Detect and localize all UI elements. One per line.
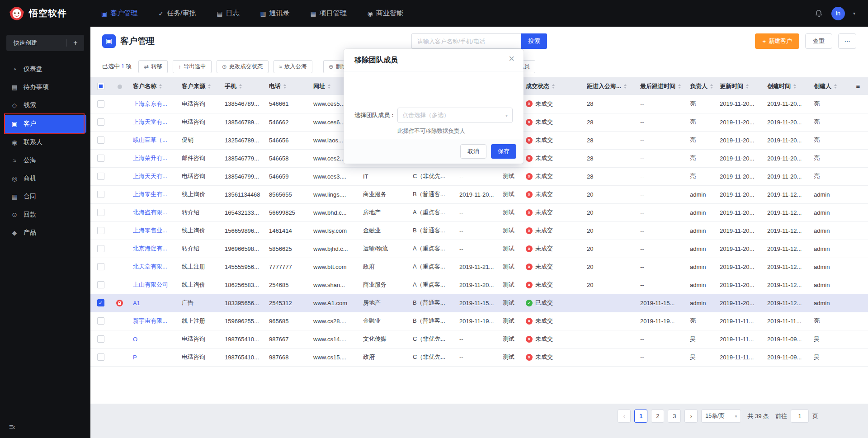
next-page-button[interactable]: › <box>684 410 698 423</box>
toolbar-button[interactable]: ⇄ 转移 <box>138 60 168 73</box>
sort-icon[interactable] <box>159 84 162 89</box>
customer-name-link[interactable]: 上海天堂有... <box>133 118 167 125</box>
column-header[interactable]: 负责人 <box>685 77 715 95</box>
sort-icon[interactable] <box>208 84 211 89</box>
sidebar-item[interactable]: ◎ 商机 <box>0 170 90 188</box>
toolbar-button[interactable]: ↑ 导出选中 <box>173 60 212 73</box>
quick-create-label[interactable]: 快速创建 <box>6 39 66 47</box>
column-header[interactable]: 手机 <box>220 77 264 95</box>
new-customer-button[interactable]: +新建客户 <box>755 33 799 49</box>
table-row[interactable]: 北京海淀有... 转介绍 196966598... 5856625 www.bj… <box>90 240 868 258</box>
page-number-button[interactable]: 2 <box>651 410 664 423</box>
sidebar-item[interactable]: ▦ 合同 <box>0 188 90 206</box>
plus-icon[interactable]: + <box>67 39 84 47</box>
topnav-item[interactable]: ▥ 通讯录 <box>260 0 289 27</box>
row-checkbox[interactable] <box>97 227 104 234</box>
customer-name-link[interactable]: 北海盗有限... <box>133 209 167 216</box>
customer-name-link[interactable]: 上海零生有... <box>133 191 167 198</box>
avatar[interactable]: in <box>831 7 845 20</box>
column-header[interactable]: 创建人 <box>809 77 848 95</box>
more-actions-button[interactable]: ⋯ <box>838 33 856 49</box>
row-checkbox[interactable] <box>97 263 104 270</box>
column-settings-icon[interactable]: ≡ <box>848 77 868 95</box>
table-row[interactable]: 上海零售业... 线上询价 156659896... 1461414 www.l… <box>90 221 868 240</box>
page-number-button[interactable]: 1 <box>634 410 647 423</box>
customer-name-link[interactable]: 上海荣升有... <box>133 155 167 161</box>
sidebar-collapse-icon[interactable]: ≡‹ <box>9 423 14 432</box>
column-header[interactable]: 更新时间 <box>715 77 763 95</box>
sidebar-item[interactable]: ▣ 客户 <box>4 115 86 133</box>
customer-name-link[interactable]: 新宇宙有限... <box>133 317 167 324</box>
topnav-item[interactable]: ▦ 项目管理 <box>311 0 347 27</box>
column-header[interactable]: 客户来源 <box>177 77 220 95</box>
row-checkbox[interactable] <box>97 353 104 361</box>
sidebar-item[interactable]: ≈ 公海 <box>0 151 90 170</box>
topnav-item[interactable]: ✓ 任务/审批 <box>158 0 196 27</box>
row-checkbox[interactable] <box>97 335 104 343</box>
customer-name-link[interactable]: O <box>133 336 137 343</box>
column-header[interactable]: 创建时间 <box>763 77 809 95</box>
search-input[interactable] <box>411 33 521 49</box>
table-row[interactable]: 上海零生有... 线上询价 13561134468 8565655 www.li… <box>90 185 868 203</box>
sort-icon[interactable] <box>552 84 555 89</box>
customer-name-link[interactable]: 上山有限公司 <box>133 281 168 288</box>
topnav-item[interactable]: ▤ 日志 <box>217 0 239 27</box>
customer-name-link[interactable]: 上海天天有... <box>133 173 167 179</box>
column-header[interactable]: 距进入公海... <box>582 77 636 95</box>
customer-name-link[interactable]: 北京海淀有... <box>133 245 167 252</box>
sidebar-item[interactable]: ◔ 仪表盘 <box>0 60 90 78</box>
table-row[interactable]: 北海盗有限... 转介绍 165432133... 56699825 www.b… <box>90 203 868 221</box>
customer-name-link[interactable]: 上海零售业... <box>133 227 167 234</box>
goto-page-input[interactable] <box>791 410 809 423</box>
sidebar-item[interactable]: ◉ 联系人 <box>0 133 90 151</box>
prev-page-button[interactable]: ‹ <box>618 410 631 423</box>
column-header[interactable]: 客户名称 <box>128 77 177 95</box>
toolbar-button[interactable]: ⊙ 更改成交状态 <box>217 60 269 73</box>
sort-icon[interactable] <box>746 84 749 89</box>
table-row[interactable]: 新宇宙有限... 线上注册 159696255... 965685 www.cs… <box>90 312 868 330</box>
table-row[interactable]: A1 广告 183395656... 2545312 www.A1.com 房地… <box>90 294 868 312</box>
sort-icon[interactable] <box>328 84 330 89</box>
customer-name-link[interactable]: 上海京东有... <box>133 100 167 107</box>
search-button[interactable]: 搜索 <box>521 33 547 49</box>
column-header[interactable]: 最后跟进时间 <box>636 77 685 95</box>
sidebar-item[interactable]: ◆ 产品 <box>0 224 90 242</box>
row-checkbox[interactable] <box>97 100 104 108</box>
topnav-item[interactable]: ◉ 商业智能 <box>368 0 403 27</box>
save-button[interactable]: 保存 <box>491 144 516 159</box>
team-member-select[interactable]: 点击选择（多选） ▾ <box>397 108 513 123</box>
select-all-checkbox[interactable] <box>97 83 104 90</box>
row-checkbox[interactable] <box>97 281 104 288</box>
row-checkbox[interactable] <box>97 209 104 216</box>
sidebar-item[interactable]: ⊙ 回款 <box>0 206 90 224</box>
customer-name-link[interactable]: 峨山百草（... <box>133 137 167 143</box>
dedupe-button[interactable]: 查重 <box>805 33 832 49</box>
customer-name-link[interactable]: P <box>133 354 137 361</box>
row-checkbox[interactable] <box>97 245 104 252</box>
row-checkbox[interactable] <box>97 191 104 198</box>
sidebar-item[interactable]: ◇ 线索 <box>0 96 90 114</box>
sort-icon[interactable] <box>834 84 837 89</box>
page-number-button[interactable]: 3 <box>668 410 681 423</box>
column-header[interactable]: 电话 <box>264 77 309 95</box>
table-row[interactable]: O 电话咨询 198765410... 987667 www.cs14.... … <box>90 330 868 348</box>
bell-icon[interactable] <box>814 9 823 18</box>
row-checkbox[interactable] <box>97 173 104 180</box>
sort-icon[interactable] <box>793 84 796 89</box>
topnav-item[interactable]: ▣ 客户管理 <box>101 0 137 27</box>
row-checkbox[interactable] <box>97 118 104 126</box>
customer-name-link[interactable]: 北天堂有限... <box>133 263 167 270</box>
table-row[interactable]: P 电话咨询 198765410... 987668 www.cs15.... … <box>90 348 868 366</box>
customer-name-link[interactable]: A1 <box>133 300 140 306</box>
row-checkbox[interactable] <box>97 137 104 144</box>
sort-icon[interactable] <box>283 84 286 89</box>
sort-icon[interactable] <box>710 84 713 89</box>
row-checkbox[interactable] <box>97 155 104 162</box>
table-row[interactable]: 北天堂有限... 线上注册 145555956... 7777777 www.b… <box>90 258 868 276</box>
close-icon[interactable]: × <box>509 54 514 64</box>
sidebar-item[interactable]: ▤ 待办事项 <box>0 78 90 96</box>
cancel-button[interactable]: 取消 <box>460 144 486 159</box>
row-checkbox[interactable] <box>97 317 104 325</box>
table-row[interactable]: 上山有限公司 线上询价 186256583... 254685 www.shan… <box>90 276 868 294</box>
sort-icon[interactable] <box>624 84 627 89</box>
